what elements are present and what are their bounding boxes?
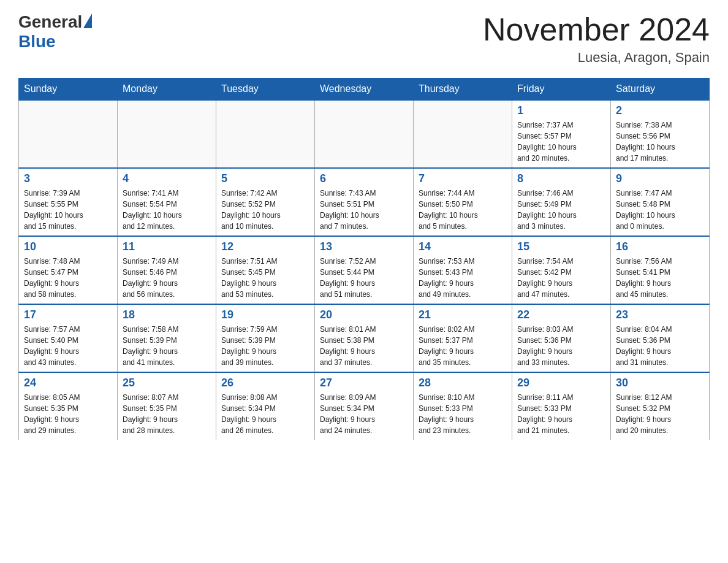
calendar-cell-1-3: 6Sunrise: 7:43 AM Sunset: 5:51 PM Daylig…	[315, 168, 414, 236]
day-number-3: 3	[24, 172, 112, 185]
calendar-cell-2-3: 13Sunrise: 7:52 AM Sunset: 5:44 PM Dayli…	[315, 236, 414, 304]
day-info-1: Sunrise: 7:37 AM Sunset: 5:57 PM Dayligh…	[517, 120, 605, 164]
day-number-25: 25	[123, 377, 211, 389]
weekday-header-tuesday: Tuesday	[216, 79, 315, 101]
weekday-header-friday: Friday	[512, 79, 611, 101]
calendar-cell-0-4	[414, 100, 512, 168]
logo-flag-icon	[83, 13, 92, 28]
day-info-2: Sunrise: 7:38 AM Sunset: 5:56 PM Dayligh…	[616, 120, 704, 164]
day-info-27: Sunrise: 8:09 AM Sunset: 5:34 PM Dayligh…	[320, 392, 408, 436]
month-title: November 2024	[483, 12, 710, 47]
day-number-1: 1	[517, 104, 605, 117]
day-info-30: Sunrise: 8:12 AM Sunset: 5:32 PM Dayligh…	[616, 392, 704, 436]
calendar-cell-4-3: 27Sunrise: 8:09 AM Sunset: 5:34 PM Dayli…	[315, 372, 414, 440]
weekday-header-saturday: Saturday	[611, 79, 710, 101]
calendar-cell-4-4: 28Sunrise: 8:10 AM Sunset: 5:33 PM Dayli…	[414, 372, 512, 440]
title-area: November 2024 Luesia, Aragon, Spain	[483, 12, 710, 66]
calendar-cell-3-3: 20Sunrise: 8:01 AM Sunset: 5:38 PM Dayli…	[315, 304, 414, 372]
day-number-20: 20	[320, 308, 408, 321]
calendar-cell-0-1	[118, 100, 216, 168]
week-row-5: 24Sunrise: 8:05 AM Sunset: 5:35 PM Dayli…	[19, 372, 710, 440]
day-number-18: 18	[123, 308, 211, 321]
day-info-7: Sunrise: 7:44 AM Sunset: 5:50 PM Dayligh…	[419, 188, 507, 232]
day-info-5: Sunrise: 7:42 AM Sunset: 5:52 PM Dayligh…	[221, 188, 309, 232]
calendar-table: SundayMondayTuesdayWednesdayThursdayFrid…	[18, 78, 710, 440]
calendar-cell-1-2: 5Sunrise: 7:42 AM Sunset: 5:52 PM Daylig…	[216, 168, 315, 236]
day-info-8: Sunrise: 7:46 AM Sunset: 5:49 PM Dayligh…	[517, 188, 605, 232]
day-info-25: Sunrise: 8:07 AM Sunset: 5:35 PM Dayligh…	[123, 392, 211, 436]
day-info-10: Sunrise: 7:48 AM Sunset: 5:47 PM Dayligh…	[24, 256, 112, 300]
day-info-23: Sunrise: 8:04 AM Sunset: 5:36 PM Dayligh…	[616, 324, 704, 368]
calendar-cell-3-1: 18Sunrise: 7:58 AM Sunset: 5:39 PM Dayli…	[118, 304, 216, 372]
day-info-29: Sunrise: 8:11 AM Sunset: 5:33 PM Dayligh…	[517, 392, 605, 436]
day-info-3: Sunrise: 7:39 AM Sunset: 5:55 PM Dayligh…	[24, 188, 112, 232]
calendar-cell-1-0: 3Sunrise: 7:39 AM Sunset: 5:55 PM Daylig…	[19, 168, 118, 236]
calendar-cell-3-6: 23Sunrise: 8:04 AM Sunset: 5:36 PM Dayli…	[611, 304, 710, 372]
calendar-cell-0-5: 1Sunrise: 7:37 AM Sunset: 5:57 PM Daylig…	[512, 100, 611, 168]
weekday-header-wednesday: Wednesday	[315, 79, 414, 101]
day-info-11: Sunrise: 7:49 AM Sunset: 5:46 PM Dayligh…	[123, 256, 211, 300]
day-info-24: Sunrise: 8:05 AM Sunset: 5:35 PM Dayligh…	[24, 392, 112, 436]
logo: General Blue	[18, 12, 93, 52]
week-row-2: 3Sunrise: 7:39 AM Sunset: 5:55 PM Daylig…	[19, 168, 710, 236]
weekday-header-sunday: Sunday	[19, 79, 118, 101]
day-info-26: Sunrise: 8:08 AM Sunset: 5:34 PM Dayligh…	[221, 392, 309, 436]
day-number-2: 2	[616, 104, 704, 117]
calendar-cell-2-0: 10Sunrise: 7:48 AM Sunset: 5:47 PM Dayli…	[19, 236, 118, 304]
day-number-7: 7	[419, 172, 507, 185]
logo-general-text: General	[18, 12, 82, 32]
weekday-header-monday: Monday	[118, 79, 216, 101]
calendar-cell-2-1: 11Sunrise: 7:49 AM Sunset: 5:46 PM Dayli…	[118, 236, 216, 304]
day-number-27: 27	[320, 377, 408, 389]
day-number-12: 12	[221, 240, 309, 253]
day-info-18: Sunrise: 7:58 AM Sunset: 5:39 PM Dayligh…	[123, 324, 211, 368]
calendar-cell-3-5: 22Sunrise: 8:03 AM Sunset: 5:36 PM Dayli…	[512, 304, 611, 372]
calendar-cell-2-6: 16Sunrise: 7:56 AM Sunset: 5:41 PM Dayli…	[611, 236, 710, 304]
day-number-23: 23	[616, 308, 704, 321]
day-number-4: 4	[123, 172, 211, 185]
weekday-header-row: SundayMondayTuesdayWednesdayThursdayFrid…	[19, 79, 710, 101]
day-number-11: 11	[123, 240, 211, 253]
location: Luesia, Aragon, Spain	[483, 50, 710, 66]
day-number-28: 28	[419, 377, 507, 389]
day-info-22: Sunrise: 8:03 AM Sunset: 5:36 PM Dayligh…	[517, 324, 605, 368]
calendar-cell-2-5: 15Sunrise: 7:54 AM Sunset: 5:42 PM Dayli…	[512, 236, 611, 304]
weekday-header-thursday: Thursday	[414, 79, 512, 101]
calendar-cell-0-0	[19, 100, 118, 168]
day-number-10: 10	[24, 240, 112, 253]
day-info-13: Sunrise: 7:52 AM Sunset: 5:44 PM Dayligh…	[320, 256, 408, 300]
calendar-cell-0-2	[216, 100, 315, 168]
calendar-cell-2-4: 14Sunrise: 7:53 AM Sunset: 5:43 PM Dayli…	[414, 236, 512, 304]
day-number-6: 6	[320, 172, 408, 185]
day-info-17: Sunrise: 7:57 AM Sunset: 5:40 PM Dayligh…	[24, 324, 112, 368]
day-number-30: 30	[616, 377, 704, 389]
day-info-16: Sunrise: 7:56 AM Sunset: 5:41 PM Dayligh…	[616, 256, 704, 300]
calendar-cell-3-4: 21Sunrise: 8:02 AM Sunset: 5:37 PM Dayli…	[414, 304, 512, 372]
day-number-8: 8	[517, 172, 605, 185]
day-number-16: 16	[616, 240, 704, 253]
calendar-cell-0-6: 2Sunrise: 7:38 AM Sunset: 5:56 PM Daylig…	[611, 100, 710, 168]
calendar-cell-3-0: 17Sunrise: 7:57 AM Sunset: 5:40 PM Dayli…	[19, 304, 118, 372]
day-info-15: Sunrise: 7:54 AM Sunset: 5:42 PM Dayligh…	[517, 256, 605, 300]
day-number-29: 29	[517, 377, 605, 389]
calendar-cell-2-2: 12Sunrise: 7:51 AM Sunset: 5:45 PM Dayli…	[216, 236, 315, 304]
week-row-4: 17Sunrise: 7:57 AM Sunset: 5:40 PM Dayli…	[19, 304, 710, 372]
calendar-cell-1-4: 7Sunrise: 7:44 AM Sunset: 5:50 PM Daylig…	[414, 168, 512, 236]
day-info-20: Sunrise: 8:01 AM Sunset: 5:38 PM Dayligh…	[320, 324, 408, 368]
calendar-cell-4-1: 25Sunrise: 8:07 AM Sunset: 5:35 PM Dayli…	[118, 372, 216, 440]
day-number-22: 22	[517, 308, 605, 321]
day-number-9: 9	[616, 172, 704, 185]
day-number-17: 17	[24, 308, 112, 321]
calendar-cell-0-3	[315, 100, 414, 168]
calendar-cell-1-1: 4Sunrise: 7:41 AM Sunset: 5:54 PM Daylig…	[118, 168, 216, 236]
day-number-15: 15	[517, 240, 605, 253]
calendar-cell-4-6: 30Sunrise: 8:12 AM Sunset: 5:32 PM Dayli…	[611, 372, 710, 440]
calendar-cell-4-0: 24Sunrise: 8:05 AM Sunset: 5:35 PM Dayli…	[19, 372, 118, 440]
calendar-cell-3-2: 19Sunrise: 7:59 AM Sunset: 5:39 PM Dayli…	[216, 304, 315, 372]
day-info-12: Sunrise: 7:51 AM Sunset: 5:45 PM Dayligh…	[221, 256, 309, 300]
calendar-cell-1-5: 8Sunrise: 7:46 AM Sunset: 5:49 PM Daylig…	[512, 168, 611, 236]
day-number-13: 13	[320, 240, 408, 253]
day-number-24: 24	[24, 377, 112, 389]
day-info-19: Sunrise: 7:59 AM Sunset: 5:39 PM Dayligh…	[221, 324, 309, 368]
day-info-4: Sunrise: 7:41 AM Sunset: 5:54 PM Dayligh…	[123, 188, 211, 232]
